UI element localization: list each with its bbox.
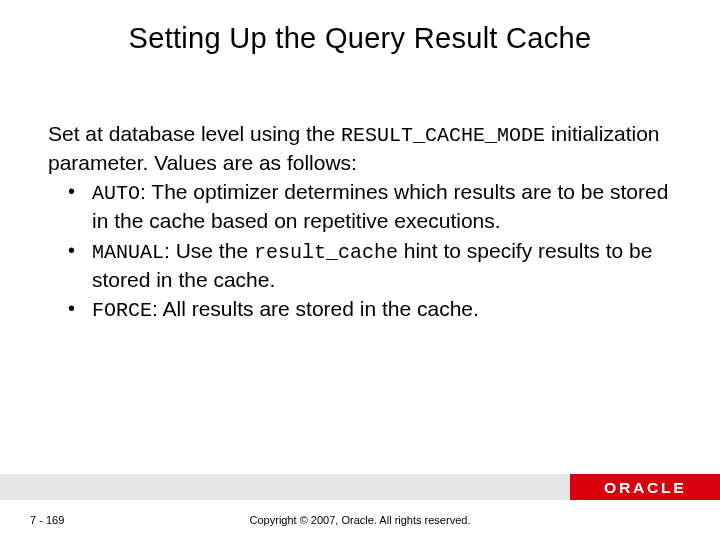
bullet-text-pre: : Use the (164, 239, 254, 262)
oracle-logo: ORACLE (604, 479, 686, 496)
bullet-item: FORCE: All results are stored in the cac… (68, 295, 672, 324)
bullet-code: FORCE (92, 299, 152, 322)
intro-paragraph: Set at database level using the RESULT_C… (48, 120, 672, 176)
bullet-code: MANUAL (92, 241, 164, 264)
bullet-text: : All results are stored in the cache. (152, 297, 479, 320)
intro-code: RESULT_CACHE_MODE (341, 124, 545, 147)
bullet-text: : The optimizer determines which results… (92, 180, 668, 232)
slide: Setting Up the Query Result Cache Set at… (0, 0, 720, 540)
bullet-item: AUTO: The optimizer determines which res… (68, 178, 672, 234)
bullet-code: AUTO (92, 182, 140, 205)
slide-title: Setting Up the Query Result Cache (0, 22, 720, 55)
bullet-text-code: result_cache (254, 241, 398, 264)
copyright-text: Copyright © 2007, Oracle. All rights res… (0, 514, 720, 526)
logo-background: ORACLE (570, 474, 720, 500)
intro-pre: Set at database level using the (48, 122, 341, 145)
footer-bar: ORACLE (0, 474, 720, 500)
slide-body: Set at database level using the RESULT_C… (48, 120, 672, 326)
bullet-list: AUTO: The optimizer determines which res… (48, 178, 672, 324)
bullet-item: MANUAL: Use the result_cache hint to spe… (68, 237, 672, 293)
